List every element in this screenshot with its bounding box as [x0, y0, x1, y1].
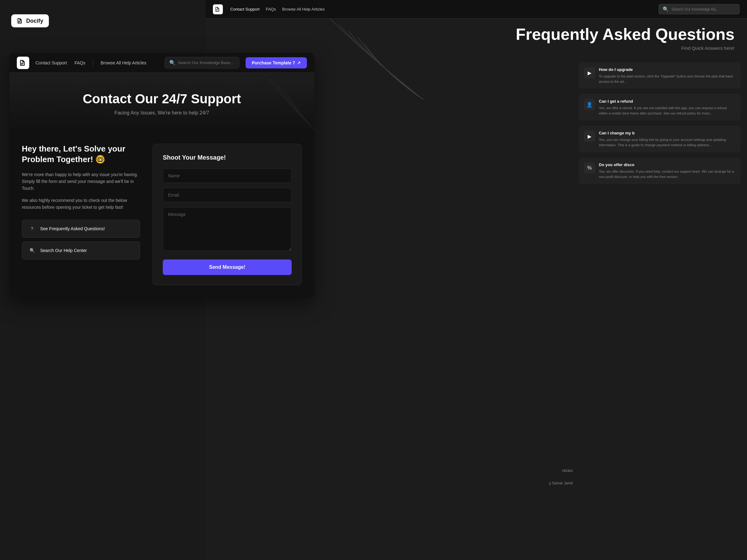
main-content: Hey there, Let's Solve your Problem Toge…	[9, 131, 314, 298]
bg-faq-subtitle: Find Quick Answers here!	[516, 46, 735, 51]
bg-nav-faqs[interactable]: FAQs	[266, 7, 276, 11]
bg-nav-links: Contact Support FAQs Browse All Help Art…	[230, 7, 325, 11]
docify-logo-text: Docify	[26, 18, 43, 24]
search-icon: 🔍	[169, 60, 176, 65]
purchase-arrow-icon: ↗	[297, 60, 301, 65]
main-search-bar[interactable]: 🔍	[165, 57, 239, 69]
contact-form-section: Shoot Your Message! Send Message!	[153, 144, 302, 285]
search-help-button-label: Search Our Help Center	[40, 248, 87, 253]
bg-faq-content-3: Do you offer disco Yes, we offer discoun…	[599, 162, 736, 179]
bg-author-text: y Samar Jamil	[549, 481, 573, 485]
bg-faq-icon-2: ▶	[584, 131, 595, 142]
bg-nav-contact[interactable]: Contact Support	[230, 7, 260, 11]
left-section: Hey there, Let's Solve your Problem Toge…	[22, 144, 140, 260]
message-textarea[interactable]	[163, 207, 292, 251]
left-description: We're more than happy to help with any i…	[22, 171, 140, 192]
bg-faq-content-1: Can I get a refund Yes, we offer a refun…	[599, 99, 736, 116]
left-recommendation: We also highly recommend you to check ou…	[22, 197, 140, 211]
bg-faq-card-3: % Do you offer disco Yes, we offer disco…	[579, 157, 741, 184]
email-input[interactable]	[163, 188, 292, 202]
bg-faq-card-2: ▶ Can I change my b Yes, you can change …	[579, 126, 741, 153]
bg-faq-cards: ▶ How do I upgrade To upgrade to the pai…	[573, 56, 747, 190]
name-field-group	[163, 169, 292, 183]
bg-nav-browse[interactable]: Browse All Help Articles	[282, 7, 325, 11]
main-logo	[17, 57, 29, 69]
hero-section: Contact Our 24/7 Support Facing Any Issu…	[9, 73, 314, 131]
bg-faq-icon-0: ▶	[584, 67, 595, 78]
purchase-button[interactable]: Purchase Template 7 ↗	[246, 57, 307, 69]
faq-question-icon: ?	[28, 224, 36, 233]
nav-divider	[93, 60, 93, 66]
bg-search-icon: 🔍	[663, 6, 669, 12]
bg-faq-card-1: 👤 Can I get a refund Yes, we offer a ref…	[579, 94, 741, 121]
nav-faqs[interactable]: FAQs	[74, 60, 85, 65]
email-field-group	[163, 188, 292, 202]
main-search-input[interactable]	[178, 60, 235, 65]
send-message-button[interactable]: Send Message!	[163, 260, 292, 275]
hero-arc-decoration	[227, 74, 314, 131]
docify-logo-topleft[interactable]: Docify	[11, 14, 49, 27]
nav-contact-support[interactable]: Contact Support	[35, 60, 67, 65]
bg-logo	[213, 4, 223, 14]
bg-faq-header: Frequently Asked Questions Find Quick An…	[516, 25, 735, 51]
main-logo-icon	[19, 59, 27, 66]
faq-button[interactable]: ? See Frequently Asked Questions!	[22, 220, 140, 238]
bg-search-input[interactable]	[671, 7, 736, 11]
bg-help-articles-text: rticles	[562, 468, 573, 473]
nav-browse-articles[interactable]: Browse All Help Articles	[101, 60, 146, 65]
bg-faq-icon-3: %	[584, 162, 595, 174]
bg-faq-content-0: How do I upgrade To upgrade to the paid …	[599, 67, 736, 84]
purchase-button-label: Purchase Template 7	[252, 60, 295, 65]
bg-faq-card-0: ▶ How do I upgrade To upgrade to the pai…	[579, 62, 741, 89]
bg-search-bar[interactable]: 🔍	[659, 4, 740, 14]
bg-faq-icon-1: 👤	[584, 99, 595, 110]
action-buttons-group: ? See Frequently Asked Questions! 🔍 Sear…	[22, 220, 140, 260]
main-nav-links: Contact Support FAQs Browse All Help Art…	[35, 60, 146, 66]
bg-navbar: Contact Support FAQs Browse All Help Art…	[205, 0, 747, 19]
faq-button-label: See Frequently Asked Questions!	[40, 226, 105, 231]
main-navbar: Contact Support FAQs Browse All Help Art…	[9, 53, 314, 73]
docify-logo-icon	[17, 18, 24, 24]
search-help-icon: 🔍	[28, 246, 36, 255]
name-input[interactable]	[163, 169, 292, 183]
main-window: Contact Support FAQs Browse All Help Art…	[9, 53, 314, 298]
search-help-button[interactable]: 🔍 Search Our Help Center	[22, 241, 140, 260]
form-title: Shoot Your Message!	[163, 154, 292, 161]
bg-faq-content-2: Can I change my b Yes, you can change yo…	[599, 131, 736, 148]
bg-faq-title: Frequently Asked Questions	[516, 25, 735, 44]
message-field-group	[163, 207, 292, 252]
left-heading: Hey there, Let's Solve your Problem Toge…	[22, 144, 140, 165]
